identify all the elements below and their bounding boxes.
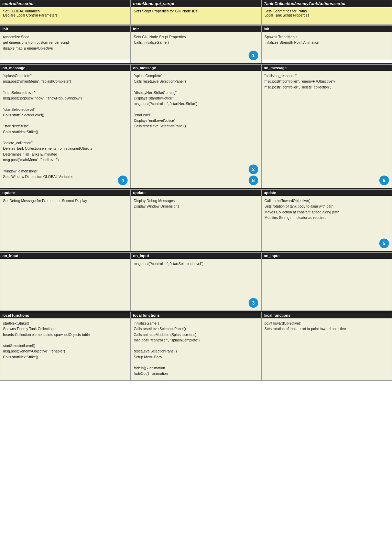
om-c1-l6 [3, 101, 128, 106]
upd-c3-l1: Calls pointTowardObjective() [264, 198, 389, 203]
lf-c3-l1: pointTowardObjective() [264, 320, 389, 326]
lf-c2-l10: fadeOut() - animation [134, 371, 258, 376]
om-c2-l2: Calls resetLevelSelectionPanel() [134, 78, 258, 84]
on-input-col3-body [262, 259, 392, 310]
on-message-col2-body: "splashComplete" Calls resetLevelSelecti… [131, 71, 261, 188]
col1-header-line2: Declare Local Control Parameters [3, 13, 128, 17]
om-c2-l10: Calls resetLevelSelectionPanel() [134, 123, 258, 129]
init-col1: init randomize Seed get dimensions from … [0, 25, 131, 63]
update-section: update Set Debug Message for Frames-per-… [0, 189, 392, 252]
on-message-section: on_message "splashComplete" msg.post("/m… [0, 64, 392, 189]
om-c1-l17 [3, 162, 128, 168]
om-c1-l8: Calls startSelectedLevel() [3, 112, 128, 118]
om-c2-l6: msg.post("/controller", "startNextStrike… [134, 101, 258, 106]
lf-c3-l2: Sets rotation of tank turret to point to… [264, 326, 389, 331]
init-col2-header: init [131, 26, 261, 32]
col3-file-body: Sets Geometries for Paths Local Tank Scr… [262, 7, 392, 24]
om-c1-l12 [3, 135, 128, 140]
lf-c1-l2: Spawns Enemy Tank Collections [3, 326, 128, 331]
om-c1-l18: "window_dimensions" [3, 168, 128, 174]
init-col1-body: randomize Seed get dimensions from custo… [0, 32, 130, 60]
on-message-col3-header: on_message [262, 65, 392, 71]
lf-c2-l9: fadeIn() - animation [134, 365, 258, 371]
om-c2-l5: Displays 'standbyNotice' [134, 95, 258, 101]
on-message-col1: on_message "splashComplete" msg.post("/m… [0, 64, 131, 188]
init-col2-line2: Calls: initializeGame() [134, 40, 258, 45]
oi-c2-l1: msg.post("/controller", "startSelectedLe… [134, 261, 258, 266]
update-col2: update Display Debug Messages Display Wi… [131, 189, 261, 251]
badge-8: 8 [249, 176, 258, 185]
om-c2-l3 [134, 84, 258, 90]
lf-c1-l3: Inserts Collection elements into spawned… [3, 332, 128, 337]
om-c1-l4: "IntroSelectedLevel" [3, 90, 128, 95]
local-functions-col1-header: local functions [0, 312, 130, 318]
badge-2: 2 [249, 165, 258, 174]
om-c1-l13: "delete_collection" [3, 140, 128, 146]
local-functions-col1: local functions startNextStrike() Spawns… [0, 312, 131, 381]
om-c2-l9: Displays 'endLevelNotice' [134, 118, 258, 123]
om-c1-l7: "startSelectedLevel" [3, 107, 128, 112]
local-functions-col2-header: local functions [131, 312, 261, 318]
on-input-col1-body [0, 259, 130, 310]
om-c1-l16: msg.post("mainMenu", "endLevel") [3, 157, 128, 162]
om-c1-l1: "splashComplete" [3, 73, 128, 78]
col1-header-line1: Set GLOBAL Variables [3, 9, 128, 13]
col2-header-line1: Sets Script Properties for GUI Node IDs [134, 9, 258, 13]
on-message-col1-body: "splashComplete" msg.post("/mainMenu", "… [0, 71, 130, 188]
on-message-col1-header: on_message [0, 65, 130, 71]
lf-c2-l4: msg.post("/controller", "splashComplete"… [134, 337, 258, 343]
init-col3-line2: Initalizes Strength Point Animation [264, 40, 389, 45]
update-col2-body: Display Debug Messages Display Window Di… [131, 196, 261, 251]
lf-c1-l6: msg.post("/enemyObjective", "enable") [3, 348, 128, 354]
om-c3-l1: "collision_response" [264, 73, 389, 78]
on-message-col3: on_message "collision_response" msg.post… [261, 64, 392, 188]
init-col1-header: init [0, 26, 130, 32]
om-c1-l10: "startNextStrike" [3, 123, 128, 129]
col3-header-line1: Sets Geometries for Paths [264, 9, 389, 13]
init-col3-line1: Spawns TreadMarks [264, 34, 389, 40]
col3-file-header: Tank Collection/enemyTankActions.script … [261, 0, 392, 25]
lf-c2-l1: initializeGame() [134, 320, 258, 326]
om-c1-l3 [3, 84, 128, 90]
om-c3-l3: msg.post("/controller", "delete_collecti… [264, 84, 389, 90]
local-functions-section: local functions startNextStrike() Spawns… [0, 312, 392, 381]
on-input-col2: on_input msg.post("/controller", "startS… [131, 252, 261, 311]
om-c2-l8: "endLevel" [134, 112, 258, 118]
lf-c1-l1: startNextStrike() [3, 320, 128, 326]
upd-c3-l2: Sets rotation of tank body to align with… [264, 203, 389, 209]
init-col3-body: Spawns TreadMarks Initalizes Strength Po… [262, 32, 392, 60]
om-c3-l2: msg.post("/controller", "enemyHitObjecti… [264, 78, 389, 84]
local-functions-col3-body: pointTowardObjective() Sets rotation of … [262, 318, 392, 380]
om-c1-l9 [3, 118, 128, 123]
col1-file-header: controller.script Set GLOBAL Variables D… [0, 0, 131, 25]
om-c2-l4: "displayNextStrikeComing" [134, 90, 258, 95]
lf-c2-l2: Calls resetLevelSelectionPanel() [134, 326, 258, 331]
om-c1-l14: Deletes Tank Collection elements from sp… [3, 146, 128, 151]
on-input-col3: on_input [261, 252, 392, 311]
on-message-col2: on_message "splashComplete" Calls resetL… [131, 64, 261, 188]
badge-4: 4 [118, 176, 128, 185]
lf-c2-l8 [134, 360, 258, 365]
init-col2-line1: Sets GUI Node Script Properties [134, 34, 258, 40]
on-message-col3-body: "collision_response" msg.post("/controll… [262, 71, 392, 188]
lf-c1-l7: Calls startNextStrike() [3, 354, 128, 360]
init-col3-header: init [262, 26, 392, 32]
col2-file-header: mainMenu.gui_script Sets Script Properti… [131, 0, 261, 25]
on-message-col2-header: on_message [131, 65, 261, 71]
init-col1-line3: disable map & enemyObjective [3, 45, 128, 51]
lf-c2-l3: Calls animateModules (Splashscreens) [134, 332, 258, 337]
on-input-col2-body: msg.post("/controller", "startSelectedLe… [131, 259, 261, 310]
upd-c1-l1: Set Debug Message for Frames-per-Second … [3, 198, 128, 203]
init-col3: init Spawns TreadMarks Initalizes Streng… [261, 25, 392, 63]
col1-file-body: Set GLOBAL Variables Declare Local Contr… [0, 7, 130, 24]
badge-5: 5 [379, 239, 389, 248]
upd-c3-l3: Moves Collection at constant speed along… [264, 209, 389, 215]
om-c1-l11: Calls startNextStrike() [3, 129, 128, 135]
init-col2: init Sets GUI Node Script Properties Cal… [131, 25, 261, 63]
update-col3: update Calls pointTowardObjective() Sets… [261, 189, 392, 251]
init-section: init randomize Seed get dimensions from … [0, 25, 392, 64]
lf-c2-l5 [134, 343, 258, 348]
upd-c3-l4: Modifies Strength Indicator as required [264, 215, 389, 220]
lf-c1-l5: startSelectedLevel() [3, 343, 128, 348]
lf-c2-l7: Setup Menu Bars [134, 354, 258, 360]
